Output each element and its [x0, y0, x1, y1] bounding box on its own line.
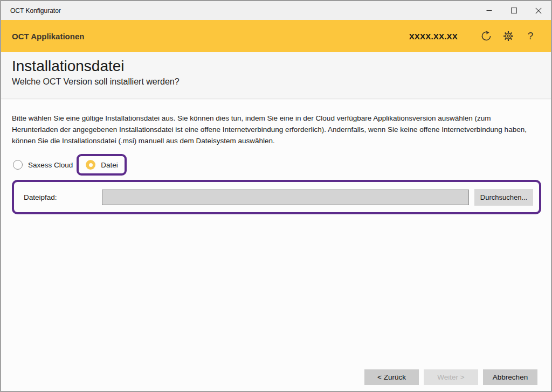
wizard-footer: < Zurück Weiter > Abbrechen [364, 369, 537, 385]
back-button[interactable]: < Zurück [364, 369, 419, 385]
close-icon [535, 8, 542, 14]
radio-selected-icon [86, 160, 95, 170]
minimize-icon [486, 8, 492, 13]
app-title: OCT Applikationen [12, 32, 409, 41]
settings-gear-icon[interactable] [502, 30, 515, 43]
maximize-icon [511, 8, 517, 13]
filepath-highlight-box: Dateipfad: Durchsuchen... [12, 180, 541, 214]
minimize-button[interactable] [477, 1, 501, 20]
radio-datei-label: Datei [101, 161, 118, 169]
description-text: Bitte wählen Sie eine gültige Installati… [12, 113, 537, 146]
radio-saxess-cloud[interactable]: Saxess Cloud [13, 160, 73, 170]
radio-unselected-icon [13, 160, 23, 170]
help-icon[interactable]: ? [524, 30, 537, 43]
refresh-icon[interactable] [480, 30, 493, 43]
filepath-input[interactable] [102, 190, 469, 205]
cancel-button[interactable]: Abbrechen [483, 369, 537, 385]
help-glyph: ? [528, 30, 534, 42]
page-title: Installationsdatei [12, 57, 551, 75]
version-label: XXXX.XX.XX [409, 32, 458, 41]
titlebar: OCT Konfigurator [1, 1, 551, 20]
filepath-label: Dateipfad: [24, 193, 102, 201]
next-button[interactable]: Weiter > [424, 369, 478, 385]
radio-datei[interactable]: Datei [86, 160, 118, 170]
source-radio-group: Saxess Cloud Datei [13, 153, 551, 177]
appbar: OCT Applikationen XXXX.XX.XX [1, 20, 551, 52]
browse-button[interactable]: Durchsuchen... [474, 189, 533, 206]
close-button[interactable] [526, 1, 551, 20]
window-title: OCT Konfigurator [1, 7, 477, 15]
content-area: Bitte wählen Sie eine gültige Installati… [1, 113, 551, 214]
window-controls [477, 1, 551, 20]
page-header: Installationsdatei Welche OCT Version so… [1, 52, 551, 99]
app-window: OCT Konfigurator OCT Applikationen X [0, 0, 552, 392]
maximize-button[interactable] [501, 1, 526, 20]
appbar-actions: XXXX.XX.XX [409, 30, 537, 43]
radio-saxess-cloud-label: Saxess Cloud [28, 161, 73, 169]
radio-datei-highlight-box: Datei [77, 154, 127, 176]
page-subtitle: Welche OCT Version soll installiert werd… [12, 77, 551, 87]
